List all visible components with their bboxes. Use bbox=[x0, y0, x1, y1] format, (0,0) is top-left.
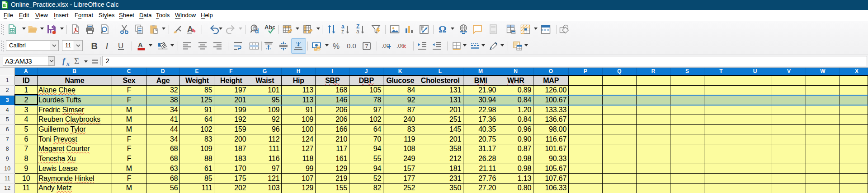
svg-text:Abc: Abc bbox=[264, 24, 275, 31]
svg-text:z: z bbox=[341, 28, 344, 35]
svg-text:U: U bbox=[118, 41, 123, 50]
svg-text:a: a bbox=[356, 28, 359, 35]
svg-text:Ω: Ω bbox=[439, 24, 447, 35]
svg-text:B: B bbox=[91, 41, 98, 51]
svg-text:d: d bbox=[255, 28, 259, 35]
svg-text:Σ: Σ bbox=[74, 56, 79, 66]
svg-text:7: 7 bbox=[365, 43, 368, 50]
svg-text:%: % bbox=[333, 42, 340, 51]
svg-text:x: x bbox=[66, 60, 70, 66]
svg-text:0.0: 0.0 bbox=[347, 42, 356, 50]
svg-text:.00: .00 bbox=[382, 42, 390, 49]
svg-text:I: I bbox=[105, 41, 109, 51]
svg-text:A: A bbox=[138, 41, 143, 49]
svg-text:f: f bbox=[62, 56, 66, 65]
